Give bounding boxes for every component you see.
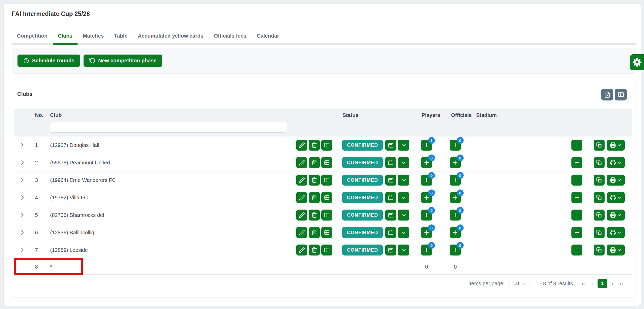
tab-table[interactable]: Table bbox=[109, 29, 133, 43]
edit-club-button[interactable] bbox=[296, 192, 307, 203]
add-official-button[interactable]: 0 bbox=[450, 175, 461, 186]
add-official-button[interactable]: 0 bbox=[450, 210, 461, 221]
edit-club-button[interactable] bbox=[296, 210, 307, 221]
add-official-button[interactable]: 0 bbox=[450, 227, 461, 238]
last-page-button[interactable]: » bbox=[618, 280, 625, 287]
tab-clubs[interactable]: Clubs bbox=[53, 29, 78, 43]
expand-row-chevron-icon[interactable] bbox=[19, 177, 25, 183]
add-stadium-button[interactable] bbox=[571, 227, 582, 238]
print-club-button[interactable] bbox=[607, 227, 625, 238]
copy-club-button[interactable] bbox=[594, 140, 605, 151]
add-stadium-button[interactable] bbox=[571, 245, 582, 255]
club-filter-input[interactable] bbox=[50, 122, 287, 133]
table-columns-icon bbox=[618, 91, 624, 98]
club-table-button[interactable] bbox=[321, 157, 332, 168]
print-club-button[interactable] bbox=[607, 157, 625, 168]
delete-club-button[interactable] bbox=[309, 210, 320, 221]
club-table-button[interactable] bbox=[321, 227, 332, 238]
status-dropdown-button[interactable] bbox=[398, 192, 409, 203]
tab-calendar[interactable]: Calendar bbox=[252, 29, 285, 43]
tab-competition[interactable]: Competition bbox=[12, 29, 53, 43]
add-player-button[interactable]: 0 bbox=[421, 157, 432, 168]
add-official-button[interactable]: 0 bbox=[450, 192, 461, 203]
club-calendar-button[interactable] bbox=[385, 227, 396, 238]
expand-row-chevron-icon[interactable] bbox=[19, 230, 25, 236]
delete-club-button[interactable] bbox=[309, 227, 320, 238]
status-dropdown-button[interactable] bbox=[398, 157, 409, 168]
previous-page-button[interactable]: ‹ bbox=[589, 280, 595, 287]
print-club-button[interactable] bbox=[607, 245, 625, 255]
settings-button[interactable] bbox=[630, 54, 644, 70]
next-page-button[interactable]: › bbox=[610, 280, 615, 287]
schedule-rounds-button[interactable]: Schedule rounds bbox=[17, 55, 80, 67]
copy-club-button[interactable] bbox=[594, 227, 605, 238]
delete-club-button[interactable] bbox=[309, 157, 320, 168]
add-official-button[interactable]: 0 bbox=[450, 157, 461, 168]
page-size-select[interactable]: 10 bbox=[510, 278, 529, 289]
add-player-button[interactable]: 0 bbox=[421, 227, 432, 238]
add-stadium-button[interactable] bbox=[571, 192, 582, 203]
chevron-down-icon bbox=[617, 213, 622, 217]
club-calendar-button[interactable] bbox=[385, 175, 396, 186]
delete-club-button[interactable] bbox=[309, 245, 320, 255]
club-table-button[interactable] bbox=[321, 140, 332, 151]
column-settings-button[interactable] bbox=[615, 89, 627, 100]
current-page-button[interactable]: 1 bbox=[598, 279, 607, 288]
expand-row-chevron-icon[interactable] bbox=[19, 160, 25, 166]
print-club-button[interactable] bbox=[607, 192, 625, 203]
add-stadium-button[interactable] bbox=[571, 210, 582, 221]
club-calendar-button[interactable] bbox=[385, 157, 396, 168]
add-stadium-button[interactable] bbox=[571, 157, 582, 168]
club-table-button[interactable] bbox=[321, 175, 332, 186]
club-table-button[interactable] bbox=[321, 245, 332, 255]
tab-officials-fees[interactable]: Officials fees bbox=[209, 29, 252, 43]
add-player-button[interactable]: 0 bbox=[421, 245, 432, 255]
add-official-button[interactable]: 0 bbox=[450, 140, 461, 151]
print-club-button[interactable] bbox=[607, 175, 625, 186]
club-calendar-button[interactable] bbox=[385, 210, 396, 221]
export-excel-button[interactable] bbox=[601, 89, 613, 100]
edit-club-button[interactable] bbox=[296, 227, 307, 238]
expand-row-chevron-icon[interactable] bbox=[19, 142, 25, 148]
delete-club-button[interactable] bbox=[309, 175, 320, 186]
expand-row-chevron-icon[interactable] bbox=[19, 247, 25, 253]
expand-row-chevron-icon[interactable] bbox=[19, 195, 25, 201]
tab-accumulated-yellow-cards[interactable]: Accumulated yellow cards bbox=[133, 29, 209, 43]
edit-club-button[interactable] bbox=[296, 140, 307, 151]
print-club-button[interactable] bbox=[607, 140, 625, 151]
status-dropdown-button[interactable] bbox=[398, 227, 409, 238]
copy-club-button[interactable] bbox=[594, 157, 605, 168]
new-competition-phase-button[interactable]: New competition phase bbox=[84, 55, 162, 67]
status-dropdown-button[interactable] bbox=[398, 210, 409, 221]
first-page-button[interactable]: « bbox=[580, 280, 587, 287]
add-player-button[interactable]: 0 bbox=[421, 175, 432, 186]
club-table-button[interactable] bbox=[321, 192, 332, 203]
edit-club-button[interactable] bbox=[296, 175, 307, 186]
add-official-button[interactable]: 0 bbox=[450, 245, 461, 255]
club-calendar-button[interactable] bbox=[385, 192, 396, 203]
add-stadium-button[interactable] bbox=[571, 175, 582, 186]
club-calendar-button[interactable] bbox=[385, 245, 396, 255]
expand-row-chevron-icon[interactable] bbox=[19, 212, 25, 218]
club-table-button[interactable] bbox=[321, 210, 332, 221]
delete-club-button[interactable] bbox=[309, 140, 320, 151]
status-dropdown-button[interactable] bbox=[398, 245, 409, 255]
copy-club-button[interactable] bbox=[594, 210, 605, 221]
add-player-button[interactable]: 0 bbox=[421, 210, 432, 221]
row-number: 7 bbox=[35, 247, 38, 253]
status-dropdown-button[interactable] bbox=[398, 175, 409, 186]
add-player-button[interactable]: 1 bbox=[421, 140, 432, 151]
delete-club-button[interactable] bbox=[309, 192, 320, 203]
copy-club-button[interactable] bbox=[594, 175, 605, 186]
edit-club-button[interactable] bbox=[296, 245, 307, 255]
print-club-button[interactable] bbox=[607, 210, 625, 221]
copy-club-button[interactable] bbox=[594, 192, 605, 203]
club-calendar-button[interactable] bbox=[385, 140, 396, 151]
add-stadium-button[interactable] bbox=[571, 140, 582, 151]
edit-club-button[interactable] bbox=[296, 157, 307, 168]
tab-matches[interactable]: Matches bbox=[78, 29, 109, 43]
officials-count-badge: 0 bbox=[457, 207, 464, 214]
status-dropdown-button[interactable] bbox=[398, 140, 409, 151]
add-player-button[interactable]: 0 bbox=[421, 192, 432, 203]
copy-club-button[interactable] bbox=[594, 245, 605, 255]
